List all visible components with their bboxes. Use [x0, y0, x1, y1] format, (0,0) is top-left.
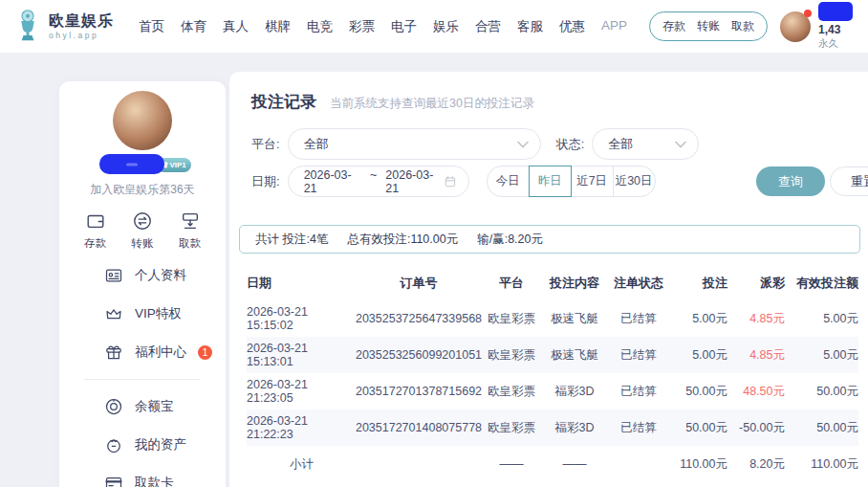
table-header-row: 日期 订单号 平台 投注内容 注单状态 投注 派彩 有效投注额	[247, 265, 858, 300]
subtotal-valid: 110.00元	[785, 446, 858, 482]
withdraw-link[interactable]: 取款	[731, 18, 754, 34]
nav-item-slots[interactable]: 电子	[391, 18, 417, 35]
nav-item-partner[interactable]: 合营	[475, 18, 501, 35]
subtotal-row: 小计 —— —— 110.00元 8.20元 110.00元	[247, 446, 858, 482]
balance-text: 1,43	[818, 23, 860, 37]
profile-username-censored	[99, 154, 164, 174]
nav-item-board[interactable]: 棋牌	[265, 18, 291, 35]
summary-bar: 共计 投注:4笔 总有效投注:110.00元 输/赢:8.20元	[239, 225, 860, 254]
sidebar-item-profile[interactable]: 个人资料	[59, 256, 226, 295]
brand-logo[interactable]: 欧皇娱乐 ohyl.app	[13, 8, 114, 46]
crown-icon	[104, 304, 123, 323]
nav-item-esports[interactable]: 电竞	[307, 18, 333, 35]
sidebar-item-yuebao[interactable]: 余额宝	[59, 387, 226, 426]
nav-item-promo[interactable]: 优惠	[559, 18, 585, 35]
nav-item-live[interactable]: 真人	[223, 18, 249, 35]
top-header: 欧皇娱乐 ohyl.app 首页 体育 真人 棋牌 电竞 彩票 电子 娱乐 合营…	[0, 0, 868, 53]
gift-icon	[104, 343, 123, 362]
profile-sidebar: ♛ VIP1 加入欧皇娱乐第36天 存款 转账 取款	[59, 81, 226, 487]
payout-cell: -50.00元	[727, 410, 785, 446]
bet-records-panel: 投注记录 当前系统支持查询最近30日的投注记录 平台: 全部 状态: 全部 日期…	[229, 72, 868, 487]
page-title: 投注记录	[251, 91, 316, 113]
date-label: 日期:	[251, 173, 280, 190]
sidebar-menu: 个人资料 VIP特权 福利中心 1 余额宝 我的资产	[59, 256, 226, 487]
transfer-icon	[132, 210, 153, 232]
nav-item-sports[interactable]: 体育	[181, 18, 206, 35]
sidebar-divider	[84, 379, 201, 380]
header-avatar[interactable]	[780, 11, 811, 42]
reset-button[interactable]: 重置	[830, 166, 868, 196]
join-days-text: 加入欧皇娱乐第36天	[59, 182, 226, 198]
status-label: 状态:	[556, 136, 585, 153]
table-row: 2026-03-21 21:23:05 2035172701378715692 …	[247, 373, 858, 410]
subtotal-label: 小计	[247, 446, 357, 482]
table-row: 2026-03-21 21:22:23 2035172701408075778 …	[247, 410, 858, 446]
profile-name-row: ♛ VIP1	[59, 154, 226, 175]
platform-select[interactable]: 全部	[288, 128, 541, 160]
payout-cell: 4.85元	[727, 300, 785, 337]
payout-cell: 4.85元	[727, 337, 785, 373]
date-end: 2026-03-21	[385, 168, 443, 195]
subtotal-payout: 8.20元	[727, 446, 785, 482]
nav-item-entertainment[interactable]: 娱乐	[433, 18, 459, 35]
user-meta: 1,43 永久	[818, 2, 860, 50]
date-separator: ~	[370, 168, 377, 195]
sidebar-item-welfare[interactable]: 福利中心 1	[59, 333, 226, 371]
welfare-notification-badge: 1	[198, 345, 212, 360]
bet-records-table: 日期 订单号 平台 投注内容 注单状态 投注 派彩 有效投注额 2026-03-…	[247, 265, 858, 482]
payout-cell: 48.50元	[727, 373, 785, 410]
calendar-icon	[444, 175, 457, 188]
query-button[interactable]: 查询	[756, 166, 825, 196]
summary-count: 共计 投注:4笔	[255, 232, 328, 248]
nav-item-lottery[interactable]: 彩票	[349, 18, 375, 35]
main-nav: 首页 体育 真人 棋牌 电竞 彩票 电子 娱乐 合营 客服 优惠 APP	[139, 18, 627, 35]
withdraw-icon	[180, 210, 201, 232]
range-button-30days[interactable]: 近30日	[613, 166, 656, 197]
username-censored	[818, 2, 853, 21]
range-button-7days[interactable]: 近7日	[571, 166, 614, 197]
sidebar-quick-actions: 存款 转账 取款	[59, 210, 226, 251]
sidebar-transfer-button[interactable]: 转账	[132, 210, 154, 251]
transfer-link[interactable]: 转账	[697, 18, 720, 34]
status-select[interactable]: 全部	[592, 128, 699, 160]
sidebar-item-vip[interactable]: VIP特权	[59, 295, 226, 333]
nav-item-home[interactable]: 首页	[139, 18, 164, 35]
date-range-input[interactable]: 2026-03-21 ~ 2026-03-21	[288, 166, 469, 197]
bank-card-icon	[104, 474, 123, 487]
platform-label: 平台:	[251, 136, 280, 153]
brand-domain: ohyl.app	[49, 32, 114, 40]
sidebar-withdraw-button[interactable]: 取款	[179, 210, 201, 251]
table-row: 2026-03-21 15:15:02 2035253725647339568 …	[247, 300, 858, 337]
wallet-actions-pill: 存款 转账 取款	[649, 11, 768, 41]
quick-range-group: 今日 昨日 近7日 近30日	[487, 166, 656, 197]
date-start: 2026-03-21	[304, 168, 361, 195]
nav-item-app[interactable]: APP	[601, 18, 627, 35]
subtotal-bet: 110.00元	[670, 446, 727, 482]
assets-icon	[104, 435, 123, 454]
id-card-icon	[104, 266, 123, 285]
summary-winloss: 输/赢:8.20元	[477, 232, 543, 248]
brand-name: 欧皇娱乐	[49, 12, 114, 30]
page-subtitle: 当前系统支持查询最近30日的投注记录	[330, 96, 534, 112]
range-button-yesterday[interactable]: 昨日	[529, 166, 572, 197]
sidebar-item-withdraw-card[interactable]: 取款卡	[59, 464, 226, 487]
notification-dot	[804, 10, 812, 17]
sidebar-deposit-button[interactable]: 存款	[84, 210, 106, 251]
trophy-icon	[13, 8, 42, 46]
validity-text: 永久	[818, 37, 860, 50]
summary-valid: 总有效投注:110.00元	[347, 232, 458, 248]
chevron-down-icon	[517, 141, 529, 148]
wallet-icon	[85, 210, 106, 232]
profile-avatar[interactable]	[113, 91, 172, 150]
table-row: 2026-03-21 15:13:01 2035253256099201051 …	[247, 337, 858, 373]
chevron-down-icon	[675, 141, 686, 148]
range-button-today[interactable]: 今日	[487, 166, 530, 197]
sidebar-item-assets[interactable]: 我的资产	[59, 426, 226, 464]
coin-icon	[104, 397, 123, 416]
nav-item-service[interactable]: 客服	[517, 18, 543, 35]
deposit-link[interactable]: 存款	[662, 18, 685, 34]
